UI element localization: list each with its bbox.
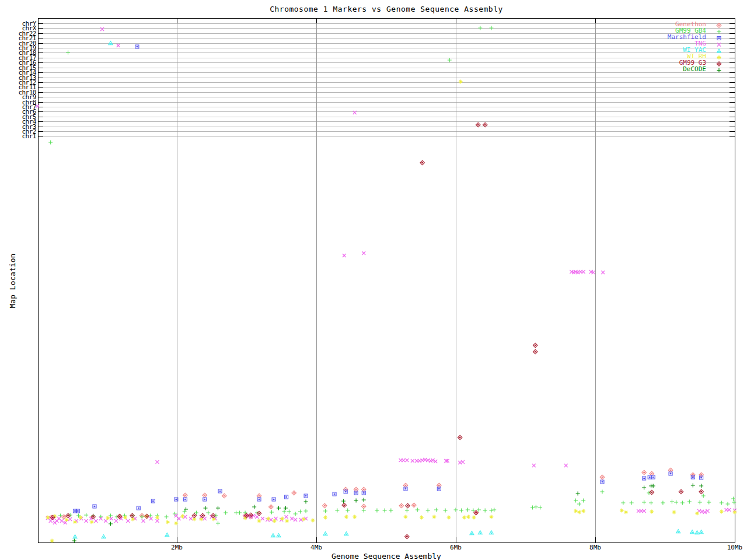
data-point-marker <box>216 522 220 526</box>
data-point-marker <box>257 511 261 516</box>
data-point-marker <box>271 534 275 537</box>
data-point-marker <box>476 123 480 127</box>
data-point-marker <box>287 510 291 514</box>
data-point-marker <box>280 517 284 521</box>
data-point-marker <box>282 510 287 514</box>
data-point-marker <box>444 509 448 513</box>
data-point-marker <box>84 513 88 517</box>
data-point-marker <box>642 486 646 490</box>
data-point-marker <box>214 514 218 518</box>
data-point-marker <box>477 508 481 512</box>
data-point-marker <box>298 510 302 514</box>
data-point-marker <box>726 502 730 506</box>
data-point-marker <box>285 519 289 523</box>
data-point-marker <box>670 500 674 504</box>
data-point-marker <box>732 501 736 505</box>
data-point-marker <box>733 510 737 514</box>
data-point-marker <box>478 26 482 30</box>
data-point-marker <box>533 349 537 354</box>
legend-item-decode: DeCODE <box>621 66 729 72</box>
data-point-marker <box>642 501 646 505</box>
data-point-marker <box>679 489 683 494</box>
data-point-marker <box>581 509 585 513</box>
data-point-marker <box>643 477 646 480</box>
data-point-marker <box>304 494 308 498</box>
data-point-marker <box>285 495 288 499</box>
legend-item-gm99-g3: GM99 G3 <box>621 60 729 66</box>
data-point-marker <box>292 491 296 495</box>
data-point-marker <box>399 503 404 508</box>
data-point-marker <box>402 459 405 462</box>
data-point-marker <box>416 508 420 512</box>
data-point-marker <box>57 517 61 520</box>
data-point-marker <box>674 501 678 505</box>
data-point-marker <box>420 160 425 165</box>
data-point-marker <box>406 503 410 508</box>
data-point-marker <box>48 141 53 145</box>
data-point-marker <box>323 532 327 536</box>
data-point-marker <box>180 514 184 519</box>
data-point-marker <box>432 515 436 519</box>
data-point-marker <box>483 509 487 513</box>
legend-label: DeCODE <box>683 66 706 72</box>
data-point-marker <box>323 503 327 508</box>
data-point-marker <box>109 522 113 526</box>
data-point-marker <box>345 509 350 513</box>
data-point-marker <box>533 343 537 348</box>
chart-canvas: { "title": "Chromosome 1 Markers vs Geno… <box>0 0 747 560</box>
data-point-marker <box>72 539 76 543</box>
data-point-marker <box>94 519 97 523</box>
data-point-marker <box>690 530 694 534</box>
data-point-marker <box>426 509 430 513</box>
data-point-marker <box>85 519 88 523</box>
data-point-marker <box>720 510 724 514</box>
data-point-marker <box>470 531 474 535</box>
data-point-marker <box>676 530 680 533</box>
data-point-marker <box>489 26 493 30</box>
data-point-marker <box>109 41 113 45</box>
data-point-marker <box>600 475 605 480</box>
y-tick-label-chr1: chr1 <box>1 133 36 139</box>
legend-item-tng: TNG <box>621 40 729 47</box>
data-point-marker <box>720 501 724 505</box>
series-gm99-gb4 <box>48 26 736 526</box>
data-point-marker <box>650 490 654 495</box>
data-point-marker <box>218 489 222 493</box>
series-wi-rh <box>46 80 736 543</box>
data-point-marker <box>269 505 274 509</box>
data-point-marker <box>343 254 346 257</box>
plot-area <box>0 0 747 560</box>
data-point-marker <box>352 515 357 519</box>
data-point-marker <box>538 506 542 510</box>
data-point-marker <box>149 517 153 520</box>
data-point-marker <box>277 506 281 510</box>
data-point-marker <box>323 509 327 513</box>
data-point-marker <box>362 498 366 502</box>
data-point-marker <box>478 531 482 534</box>
data-point-marker <box>165 533 169 537</box>
data-point-marker <box>311 519 315 523</box>
data-point-marker <box>699 489 704 494</box>
data-point-marker <box>564 464 568 467</box>
data-point-marker <box>165 515 169 519</box>
data-point-marker <box>156 519 159 523</box>
data-point-marker <box>405 459 409 462</box>
data-point-marker <box>266 517 270 521</box>
data-point-marker <box>375 509 379 513</box>
data-point-marker <box>680 501 685 505</box>
data-point-marker <box>114 519 118 523</box>
data-point-marker <box>344 532 348 536</box>
data-point-marker <box>257 519 261 523</box>
data-point-marker <box>90 520 94 524</box>
data-point-marker <box>621 501 625 505</box>
data-point-marker <box>50 539 54 543</box>
series-gm99-g3 <box>50 123 703 539</box>
data-point-marker <box>532 464 536 467</box>
x-tick-label-6Mb: 6Mb <box>438 544 473 551</box>
data-point-marker <box>448 58 452 62</box>
data-point-marker <box>66 513 71 518</box>
data-point-marker <box>183 493 188 498</box>
data-point-marker <box>574 499 578 503</box>
data-point-marker <box>151 499 155 503</box>
data-point-marker <box>461 460 465 464</box>
